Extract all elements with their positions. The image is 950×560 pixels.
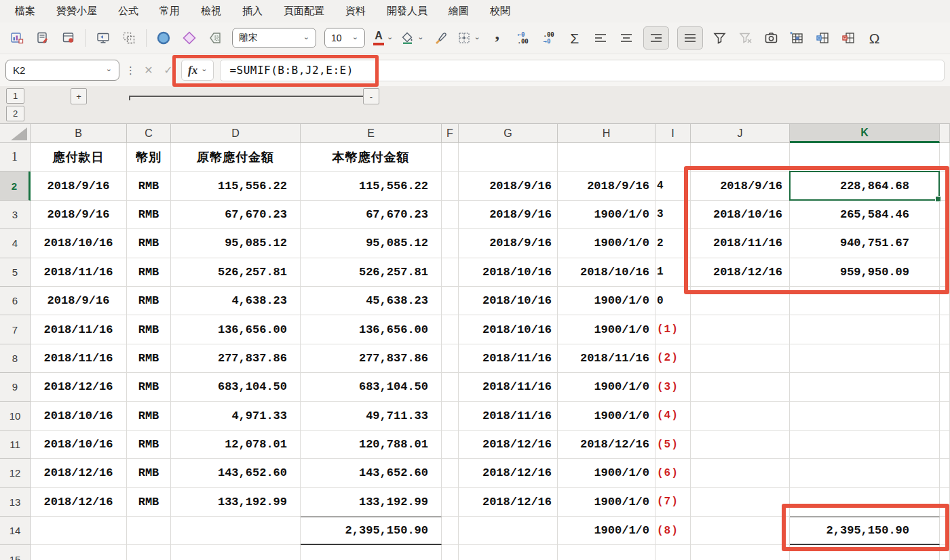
row-header-7[interactable]: 7 <box>0 315 31 344</box>
cell-H13[interactable]: 1900/1/0 <box>558 488 656 517</box>
cell-F3[interactable] <box>442 201 459 229</box>
insert-cells-button[interactable] <box>814 26 832 49</box>
cell-B14[interactable] <box>31 517 127 545</box>
cell-K4[interactable]: 940,751.67 <box>790 229 940 258</box>
justify-button[interactable] <box>677 26 703 49</box>
cell-G15[interactable] <box>459 545 558 560</box>
cell-I9[interactable]: (3) <box>656 373 691 401</box>
cell-I6[interactable]: 0 <box>656 287 691 315</box>
cell-J7[interactable] <box>691 315 790 344</box>
row-header-6[interactable]: 6 <box>0 287 31 315</box>
cell-D4[interactable]: 95,085.12 <box>171 229 301 258</box>
eraser-shape-button[interactable] <box>180 26 198 49</box>
cell-H3[interactable]: 1900/1/0 <box>558 201 656 229</box>
cell-B15[interactable] <box>31 545 127 560</box>
cell-G8[interactable]: 2018/11/16 <box>459 344 558 373</box>
column-header-H[interactable]: H <box>558 124 656 143</box>
menu-item-插入[interactable]: 插入 <box>242 5 263 18</box>
cell-B13[interactable]: 2018/12/16 <box>31 488 127 517</box>
column-header-F[interactable]: F <box>442 124 459 143</box>
cell-B3[interactable]: 2018/9/16 <box>31 201 127 229</box>
cell-L4[interactable] <box>940 229 950 258</box>
cell-L15[interactable] <box>940 545 950 560</box>
cell-H10[interactable]: 1900/1/0 <box>558 402 656 431</box>
increase-decimal-button[interactable]: .00→0 <box>540 26 558 49</box>
cell-E6[interactable]: 45,638.23 <box>301 287 442 315</box>
cell-J14[interactable] <box>691 517 790 545</box>
row-header-8[interactable]: 8 <box>0 344 31 373</box>
cell-C4[interactable]: RMB <box>127 229 171 258</box>
cell-E9[interactable]: 683,104.50 <box>301 373 442 401</box>
cell-B11[interactable]: 2018/10/16 <box>31 431 127 459</box>
cell-H6[interactable]: 1900/1/0 <box>558 287 656 315</box>
cell-D2[interactable]: 115,556.22 <box>171 172 301 200</box>
cell-I11[interactable]: (5) <box>656 431 691 459</box>
ellipse-shape-button[interactable] <box>155 26 172 49</box>
cell-I1[interactable] <box>656 143 691 172</box>
cell-B12[interactable]: 2018/12/16 <box>31 459 127 487</box>
cell-E15[interactable] <box>301 545 442 560</box>
menu-item-資料[interactable]: 資料 <box>345 5 366 18</box>
cell-F14[interactable] <box>442 517 459 545</box>
column-header-E[interactable]: E <box>301 124 442 143</box>
cell-L2[interactable] <box>940 172 950 200</box>
align-right-button[interactable] <box>643 26 669 49</box>
cell-K12[interactable] <box>790 459 940 487</box>
cell-G6[interactable]: 2018/10/16 <box>459 287 558 315</box>
delete-cells-button[interactable] <box>840 26 858 49</box>
font-family-select[interactable]: 雕宋 ⌄ <box>232 28 316 48</box>
cell-H7[interactable]: 1900/1/0 <box>558 315 656 344</box>
cell-E12[interactable]: 143,652.60 <box>301 459 442 487</box>
font-color-button[interactable]: A ⌄ <box>373 26 393 49</box>
cell-K8[interactable] <box>790 344 940 373</box>
menu-item-公式[interactable]: 公式 <box>118 5 138 18</box>
cell-G3[interactable]: 2018/9/16 <box>459 201 558 229</box>
cell-D12[interactable]: 143,652.60 <box>171 459 301 487</box>
column-header-K[interactable]: K <box>790 124 940 143</box>
cell-L12[interactable] <box>940 459 950 487</box>
cell-I14[interactable]: (8) <box>656 517 691 545</box>
cell-J1[interactable] <box>691 143 790 172</box>
cell-J5[interactable]: 2018/12/16 <box>691 258 790 287</box>
column-header-B[interactable]: B <box>31 124 127 143</box>
cell-C3[interactable]: RMB <box>127 201 171 229</box>
cell-F2[interactable] <box>442 172 459 200</box>
cell-F15[interactable] <box>442 545 459 560</box>
column-header-I[interactable]: I <box>656 124 691 143</box>
column-header-G[interactable]: G <box>459 124 558 143</box>
cell-J11[interactable] <box>691 431 790 459</box>
cell-F7[interactable] <box>442 315 459 344</box>
cell-B2[interactable]: 2018/9/16 <box>31 172 127 200</box>
cell-C7[interactable]: RMB <box>127 315 171 344</box>
cell-K1[interactable] <box>790 143 940 172</box>
cell-D3[interactable]: 67,670.23 <box>171 201 301 229</box>
cell-F10[interactable] <box>442 402 459 431</box>
cell-L13[interactable] <box>940 488 950 517</box>
group-objects-button[interactable] <box>120 26 138 49</box>
cell-F13[interactable] <box>442 488 459 517</box>
select-all-corner[interactable] <box>0 124 31 143</box>
label-shape-button[interactable] <box>206 26 224 49</box>
cell-C14[interactable] <box>127 517 171 545</box>
cell-L1[interactable] <box>940 143 950 172</box>
cell-G13[interactable]: 2018/12/16 <box>459 488 558 517</box>
cell-J6[interactable] <box>691 287 790 315</box>
cell-E14[interactable]: 2,395,150.90 <box>301 517 442 545</box>
cell-E7[interactable]: 136,656.00 <box>301 315 442 344</box>
cell-D8[interactable]: 277,837.86 <box>171 344 301 373</box>
cell-I8[interactable]: (2) <box>656 344 691 373</box>
cell-E1[interactable]: 本幣應付金額 <box>301 143 442 172</box>
cell-K6[interactable] <box>790 287 940 315</box>
cell-I3[interactable]: 3 <box>656 201 691 229</box>
cell-L9[interactable] <box>940 373 950 401</box>
cell-D1[interactable]: 原幣應付金額 <box>171 143 301 172</box>
cell-J2[interactable]: 2018/9/16 <box>691 172 790 200</box>
cell-B9[interactable]: 2018/12/16 <box>31 373 127 401</box>
cell-J8[interactable] <box>691 344 790 373</box>
symbol-button[interactable]: Ω <box>866 26 884 49</box>
cell-K5[interactable]: 959,950.09 <box>790 258 940 287</box>
switch-display-button[interactable] <box>94 26 112 49</box>
cell-G9[interactable]: 2018/11/16 <box>459 373 558 401</box>
row-header-12[interactable]: 12 <box>0 459 31 487</box>
menu-item-檢視[interactable]: 檢視 <box>201 5 221 18</box>
